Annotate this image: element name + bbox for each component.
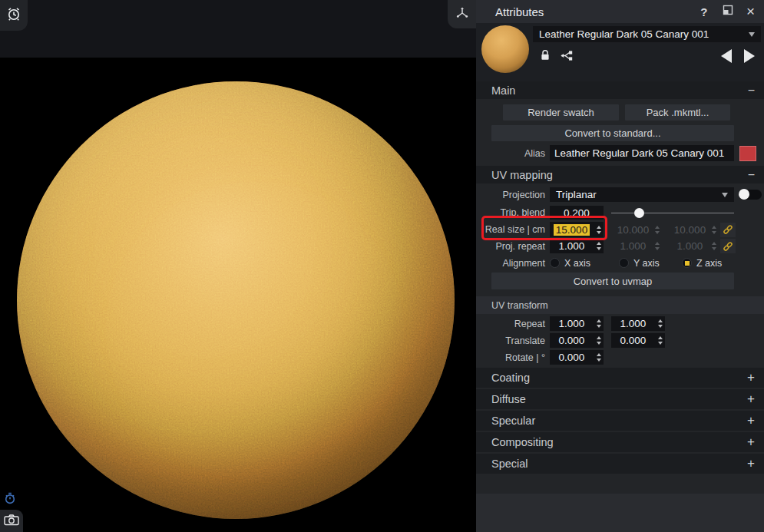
radio-selected-icon[interactable]: [682, 258, 692, 268]
axis-x-option[interactable]: X axis: [550, 258, 619, 269]
axis-y-option[interactable]: Y axis: [619, 258, 682, 269]
rotate-label: Rotate | °: [476, 352, 545, 363]
3d-viewport[interactable]: [0, 0, 476, 532]
section-header-uv-mapping[interactable]: UV mapping −: [476, 166, 764, 183]
shader-connections-icon[interactable]: [559, 50, 574, 64]
stepper-arrows[interactable]: [594, 336, 604, 345]
main-section-content: Render swatch Pack .mkmtl... Convert to …: [476, 99, 764, 166]
convert-to-standard-button[interactable]: Convert to standard...: [491, 125, 734, 141]
stepper-arrows[interactable]: [594, 226, 604, 234]
real-size-x-input[interactable]: 15.000: [550, 222, 604, 237]
proj-repeat-y-value: 1.000: [614, 240, 652, 252]
render-swatch-button[interactable]: Render swatch: [503, 104, 619, 121]
projection-dropdown[interactable]: Triplanar: [550, 187, 734, 202]
translate-v-input[interactable]: 0.000: [611, 333, 665, 348]
history-tool-button[interactable]: [0, 0, 28, 31]
stepper-arrows[interactable]: [594, 319, 604, 328]
expand-icon[interactable]: +: [747, 413, 755, 428]
dock-panel-icon[interactable]: [722, 4, 734, 19]
close-icon[interactable]: ×: [746, 6, 755, 17]
alias-color-swatch[interactable]: [739, 146, 756, 161]
expand-icon[interactable]: +: [747, 392, 755, 407]
axis-y-label: Y axis: [633, 258, 660, 269]
section-header-diffuse[interactable]: Diffuse +: [476, 389, 764, 409]
section-label: UV mapping: [491, 169, 553, 181]
panel-empty-space: [476, 475, 764, 494]
material-preview-sphere[interactable]: [17, 81, 455, 519]
subsection-header-uv-transform: UV transform: [476, 296, 764, 314]
real-size-z-input: 10.000: [671, 223, 719, 237]
section-header-compositing[interactable]: Compositing +: [476, 432, 764, 452]
repeat-v-input[interactable]: 1.000: [611, 316, 665, 331]
material-name-dropdown[interactable]: Leather Regular Dark 05 Canary 001: [533, 26, 761, 42]
lock-icon[interactable]: [541, 49, 550, 64]
next-material-button[interactable]: [744, 49, 755, 63]
real-size-link-button[interactable]: [720, 223, 736, 237]
material-thumbnail[interactable]: [481, 25, 529, 73]
stepper-arrows: [652, 242, 662, 250]
slider-knob[interactable]: [634, 208, 644, 218]
rotate-value: 0.000: [550, 352, 594, 363]
stepper-arrows[interactable]: [655, 319, 665, 328]
section-header-main[interactable]: Main −: [476, 81, 764, 99]
translate-u-input[interactable]: 0.000: [550, 333, 604, 348]
trip-blend-slider[interactable]: [611, 208, 734, 218]
axis-x-label: X axis: [564, 258, 590, 269]
section-label: Main: [491, 84, 515, 97]
radio-icon[interactable]: [619, 258, 629, 268]
help-icon[interactable]: ?: [699, 5, 709, 18]
proj-repeat-y-input: 1.000: [614, 239, 662, 253]
camera-icon: [4, 514, 19, 529]
transform-gizmo-button[interactable]: [448, 0, 476, 28]
translate-label: Translate: [476, 335, 545, 346]
section-label: Special: [491, 458, 528, 470]
repeat-v-value: 1.000: [611, 318, 655, 329]
repeat-u-value: 1.000: [550, 318, 594, 329]
convert-to-uvmap-button[interactable]: Convert to uvmap: [491, 273, 734, 289]
stepper-arrows: [652, 226, 662, 234]
radio-icon[interactable]: [550, 258, 560, 268]
stepper-arrows[interactable]: [594, 242, 604, 250]
projection-label: Projection: [476, 190, 545, 200]
real-size-y-input: 10.000: [614, 223, 662, 237]
link-chain-icon: [723, 241, 733, 252]
trip-blend-label: Trip. blend: [476, 207, 545, 218]
app-window: Attributes ? × Leather Regular Dark 05 C…: [0, 0, 764, 532]
proj-repeat-x-input[interactable]: 1.000: [550, 239, 604, 253]
stepper-arrows: [709, 242, 719, 250]
stepper-arrows[interactable]: [594, 353, 604, 362]
panel-footer-space: [476, 494, 764, 532]
repeat-u-input[interactable]: 1.000: [550, 316, 604, 331]
section-header-special[interactable]: Special +: [476, 454, 764, 474]
previous-material-button[interactable]: [721, 49, 732, 63]
alias-input[interactable]: Leather Regular Dark 05 Canary 001: [550, 145, 734, 161]
collapse-icon[interactable]: −: [748, 87, 755, 94]
chevron-down-icon: [749, 32, 755, 37]
pack-mkmtl-button[interactable]: Pack .mkmtl...: [625, 104, 730, 121]
alias-value: Leather Regular Dark 05 Canary 001: [550, 147, 734, 159]
leather-texture-overlay: [17, 81, 455, 519]
projection-toggle[interactable]: [739, 190, 762, 200]
chevron-down-icon: [722, 193, 728, 197]
stepper-arrows[interactable]: [655, 336, 665, 345]
section-header-specular[interactable]: Specular +: [476, 411, 764, 431]
proj-repeat-label: Proj. repeat: [476, 241, 545, 252]
proj-repeat-x-value: 1.000: [550, 240, 594, 252]
translate-v-value: 0.000: [611, 335, 655, 346]
rotate-input[interactable]: 0.000: [550, 350, 604, 365]
axis-gizmo-icon: [455, 5, 470, 24]
real-size-label: Real size | cm: [476, 224, 545, 235]
real-size-y-value: 10.000: [614, 224, 652, 236]
projection-value: Triplanar: [556, 189, 597, 200]
alias-label: Alias: [476, 148, 545, 159]
snapshot-button[interactable]: [0, 510, 23, 532]
trip-blend-input[interactable]: 0.200: [550, 206, 604, 220]
proj-repeat-link-button[interactable]: [720, 239, 736, 253]
axis-z-option[interactable]: Z axis: [682, 258, 722, 269]
section-header-coating[interactable]: Coating +: [476, 368, 764, 388]
stepper-arrows: [709, 226, 719, 234]
collapse-icon[interactable]: −: [748, 171, 755, 179]
expand-icon[interactable]: +: [747, 456, 755, 471]
expand-icon[interactable]: +: [747, 435, 755, 450]
expand-icon[interactable]: +: [747, 370, 755, 385]
